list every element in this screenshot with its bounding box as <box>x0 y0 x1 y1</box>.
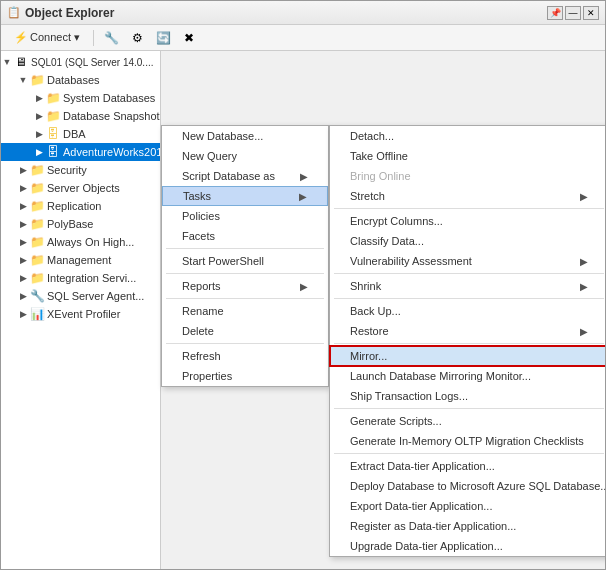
menu-label-script-db: Script Database as <box>182 170 275 182</box>
settings-button[interactable]: ⚙ <box>126 28 148 48</box>
tasks-sep-6 <box>334 453 604 454</box>
expand-replication[interactable]: ▶ <box>17 200 29 212</box>
menu-item-script-db[interactable]: Script Database as ▶ <box>162 166 328 186</box>
menu-label-policies: Policies <box>182 210 220 222</box>
context-menu-area: New Database... New Query Script Databas… <box>161 51 605 569</box>
menu-item-gen-oltp[interactable]: Generate In-Memory OLTP Migration Checkl… <box>330 431 605 451</box>
tree-item-integration[interactable]: ▶ 📁 Integration Servi... <box>1 269 160 287</box>
tree-container[interactable]: ▼ 🖥 SQL01 (SQL Server 14.0.... ▼ 📁 Datab… <box>1 51 160 569</box>
tree-item-polybase[interactable]: ▶ 📁 PolyBase <box>1 215 160 233</box>
menu-item-upgrade-data-tier[interactable]: Upgrade Data-tier Application... <box>330 536 605 556</box>
tree-item-security[interactable]: ▶ 📁 Security <box>1 161 160 179</box>
tree-item-db-snapshots[interactable]: ▶ 📁 Database Snapshots <box>1 107 160 125</box>
menu-item-refresh[interactable]: Refresh <box>162 346 328 366</box>
menu-label-start-ps: Start PowerShell <box>182 255 264 267</box>
integration-icon: 📁 <box>29 270 45 286</box>
menu-label-bring-online: Bring Online <box>350 170 411 182</box>
menu-item-delete[interactable]: Delete <box>162 321 328 341</box>
tree-label-xevent: XEvent Profiler <box>47 308 120 320</box>
connect-label: Connect ▾ <box>30 31 80 44</box>
toolbar: ⚡ Connect ▾ 🔧 ⚙ 🔄 ✖ <box>1 25 605 51</box>
menu-item-new-database[interactable]: New Database... <box>162 126 328 146</box>
menu-item-stretch[interactable]: Stretch ▶ <box>330 186 605 206</box>
tree-item-xevent[interactable]: ▶ 📊 XEvent Profiler <box>1 305 160 323</box>
menu-item-backup[interactable]: Back Up... <box>330 301 605 321</box>
menu-item-vuln-assess[interactable]: Vulnerability Assessment ▶ <box>330 251 605 271</box>
menu-sep-3 <box>166 298 324 299</box>
menu-label-vuln-assess: Vulnerability Assessment <box>350 255 472 267</box>
tree-label-security: Security <box>47 164 87 176</box>
menu-item-ship-logs[interactable]: Ship Transaction Logs... <box>330 386 605 406</box>
tree-item-sql01[interactable]: ▼ 🖥 SQL01 (SQL Server 14.0.... <box>1 53 160 71</box>
tree-item-sql-agent[interactable]: ▶ 🔧 SQL Server Agent... <box>1 287 160 305</box>
title-bar-left: 📋 Object Explorer <box>7 6 114 20</box>
menu-sep-2 <box>166 273 324 274</box>
menu-item-policies[interactable]: Policies <box>162 206 328 226</box>
menu-label-gen-scripts: Generate Scripts... <box>350 415 442 427</box>
minimize-button[interactable]: — <box>565 6 581 20</box>
refresh-button[interactable]: 🔄 <box>152 28 174 48</box>
tree-label-dba: DBA <box>63 128 86 140</box>
tasks-sep-1 <box>334 208 604 209</box>
expand-management[interactable]: ▶ <box>17 254 29 266</box>
menu-item-new-query[interactable]: New Query <box>162 146 328 166</box>
menu-item-detach[interactable]: Detach... <box>330 126 605 146</box>
close-button[interactable]: ✕ <box>583 6 599 20</box>
expand-always-on[interactable]: ▶ <box>17 236 29 248</box>
connect-button[interactable]: ⚡ Connect ▾ <box>7 28 87 47</box>
menu-item-shrink[interactable]: Shrink ▶ <box>330 276 605 296</box>
menu-item-restore[interactable]: Restore ▶ <box>330 321 605 341</box>
menu-label-delete: Delete <box>182 325 214 337</box>
menu-item-classify-data[interactable]: Classify Data... <box>330 231 605 251</box>
menu-item-rename[interactable]: Rename <box>162 301 328 321</box>
menu-item-gen-scripts[interactable]: Generate Scripts... <box>330 411 605 431</box>
tree-label-replication: Replication <box>47 200 101 212</box>
menu-item-tasks[interactable]: Tasks ▶ <box>162 186 328 206</box>
expand-polybase[interactable]: ▶ <box>17 218 29 230</box>
connect-icon: ⚡ <box>14 31 28 44</box>
menu-label-deploy-azure: Deploy Database to Microsoft Azure SQL D… <box>350 480 605 492</box>
tree-item-databases[interactable]: ▼ 📁 Databases <box>1 71 160 89</box>
menu-label-new-query: New Query <box>182 150 237 162</box>
window-title: Object Explorer <box>25 6 114 20</box>
tree-item-always-on[interactable]: ▶ 📁 Always On High... <box>1 233 160 251</box>
expand-databases[interactable]: ▼ <box>17 74 29 86</box>
delete-button[interactable]: ✖ <box>178 28 200 48</box>
menu-item-properties[interactable]: Properties <box>162 366 328 386</box>
menu-label-register-data-tier: Register as Data-tier Application... <box>350 520 516 532</box>
menu-item-deploy-azure[interactable]: Deploy Database to Microsoft Azure SQL D… <box>330 476 605 496</box>
tree-item-adventureworks[interactable]: ▶ 🗄 AdventureWorks2017 <box>1 143 160 161</box>
menu-item-register-data-tier[interactable]: Register as Data-tier Application... <box>330 516 605 536</box>
menu-item-encrypt-cols[interactable]: Encrypt Columns... <box>330 211 605 231</box>
server-icon: 🖥 <box>13 54 29 70</box>
expand-system-dbs[interactable]: ▶ <box>33 92 45 104</box>
menu-label-gen-oltp: Generate In-Memory OLTP Migration Checkl… <box>350 435 584 447</box>
expand-xevent[interactable]: ▶ <box>17 308 29 320</box>
tree-item-dba[interactable]: ▶ 🗄 DBA <box>1 125 160 143</box>
expand-integration[interactable]: ▶ <box>17 272 29 284</box>
menu-item-take-offline[interactable]: Take Offline <box>330 146 605 166</box>
pin-button[interactable]: 📌 <box>547 6 563 20</box>
menu-item-extract-data-tier[interactable]: Extract Data-tier Application... <box>330 456 605 476</box>
tree-item-management[interactable]: ▶ 📁 Management <box>1 251 160 269</box>
filter-button[interactable]: 🔧 <box>100 28 122 48</box>
context-menu: New Database... New Query Script Databas… <box>161 125 329 387</box>
expand-snapshots[interactable]: ▶ <box>33 110 45 122</box>
menu-item-export-data-tier[interactable]: Export Data-tier Application... <box>330 496 605 516</box>
menu-label-new-database: New Database... <box>182 130 263 142</box>
tree-label-sql01: SQL01 (SQL Server 14.0.... <box>31 57 153 68</box>
menu-item-launch-mirror[interactable]: Launch Database Mirroring Monitor... <box>330 366 605 386</box>
tree-item-server-objects[interactable]: ▶ 📁 Server Objects <box>1 179 160 197</box>
menu-item-mirror[interactable]: Mirror... <box>330 346 605 366</box>
tree-item-replication[interactable]: ▶ 📁 Replication <box>1 197 160 215</box>
expand-security[interactable]: ▶ <box>17 164 29 176</box>
expand-dba[interactable]: ▶ <box>33 128 45 140</box>
expand-adventureworks[interactable]: ▶ <box>33 146 45 158</box>
expand-server-objects[interactable]: ▶ <box>17 182 29 194</box>
expand-sql-agent[interactable]: ▶ <box>17 290 29 302</box>
menu-item-start-ps[interactable]: Start PowerShell <box>162 251 328 271</box>
menu-item-facets[interactable]: Facets <box>162 226 328 246</box>
menu-item-reports[interactable]: Reports ▶ <box>162 276 328 296</box>
expand-sql01[interactable]: ▼ <box>1 56 13 68</box>
tree-item-system-dbs[interactable]: ▶ 📁 System Databases <box>1 89 160 107</box>
